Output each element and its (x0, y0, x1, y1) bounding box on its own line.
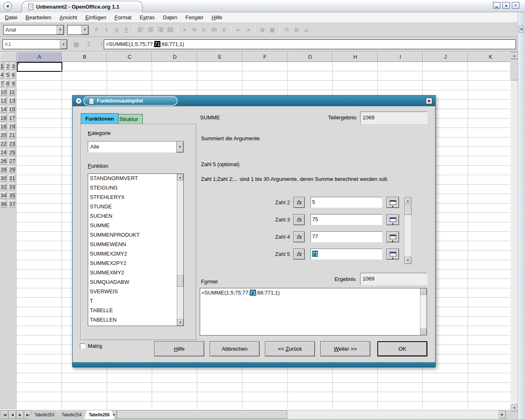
align-bottom-icon[interactable]: ⊔ (301, 25, 311, 35)
row-header[interactable]: 22 (0, 140, 7, 147)
window-title-tab[interactable]: Unbenannt2 - OpenOffice.org 1.1 (21, 1, 143, 12)
next-sheet-button[interactable]: ▶ (16, 411, 24, 419)
function-list-item[interactable]: STEIGUNG (88, 183, 177, 193)
row-header[interactable]: 13 (9, 97, 15, 104)
toolbar-separator[interactable] (133, 25, 134, 34)
function-list-item[interactable]: T (88, 297, 177, 306)
row-header[interactable]: 5 (6, 71, 9, 78)
align-top-icon[interactable]: ⊓ (282, 25, 292, 35)
row-header[interactable]: 33 (9, 183, 15, 190)
column-header[interactable]: H (333, 52, 378, 62)
next-button[interactable]: Weiter >> (320, 341, 370, 356)
dialog-menu-button[interactable]: ▼ (75, 98, 82, 104)
menu-einfuegen[interactable]: Einfügen (81, 12, 110, 23)
tab-funktionen[interactable]: Funktionen (81, 113, 119, 124)
menu-bearbeiten[interactable]: Bearbeiten (21, 12, 55, 23)
row-header[interactable]: 36 (0, 201, 7, 208)
scroll-up-icon[interactable]: ▲ (404, 197, 411, 204)
column-header[interactable]: D (152, 52, 197, 62)
borders-icon[interactable]: ⊞ (258, 25, 267, 35)
column-header[interactable]: E (197, 52, 242, 62)
function-list-item[interactable]: STFEHLERYX (88, 193, 177, 202)
cell-reference-box[interactable]: A1 ▼ (2, 39, 67, 49)
row-header[interactable]: 19 (9, 123, 15, 130)
row-header[interactable]: 20 (0, 132, 7, 139)
shrink-button[interactable] (386, 197, 399, 208)
fx-button[interactable]: fx (293, 249, 305, 260)
add-decimal-icon[interactable]: 00 (209, 25, 219, 35)
row-header[interactable]: 23 (9, 140, 15, 147)
increase-indent-icon[interactable]: ⇥ (243, 25, 253, 35)
help-button[interactable]: Hilfe (154, 341, 204, 356)
function-list-item[interactable]: SUMMEX2PY2 (88, 259, 177, 268)
currency-icon[interactable]: ¤ (180, 25, 189, 35)
column-header[interactable]: J (423, 52, 468, 62)
background-color-icon[interactable]: ▧ (267, 25, 277, 35)
row-header[interactable]: 16 (0, 114, 7, 121)
matrix-checkbox[interactable] (80, 343, 85, 349)
dialog-titlebar[interactable]: ▼ Funktionsautopilot ✕ (73, 96, 435, 106)
chevron-down-icon[interactable]: ▼ (176, 141, 184, 153)
function-list-item[interactable]: STANDNORMVERT (88, 174, 177, 183)
decrease-indent-icon[interactable]: ⇤ (233, 25, 243, 35)
scroll-down-icon[interactable]: ▼ (420, 329, 427, 335)
row-header[interactable]: 24 (0, 149, 7, 156)
column-header[interactable]: C (107, 52, 152, 62)
select-all-corner[interactable] (0, 52, 17, 62)
bold-icon[interactable]: F (92, 25, 102, 35)
toolbar-separator[interactable] (279, 25, 280, 34)
row-header[interactable]: 1 (0, 63, 4, 70)
matrix-option[interactable]: Matrix (80, 343, 102, 349)
shrink-button[interactable] (386, 249, 399, 260)
function-list-item[interactable]: TABELLEN (88, 315, 177, 325)
row-header[interactable]: 2 (6, 63, 9, 70)
function-list-item[interactable]: TABELLE (88, 306, 177, 315)
maximize-button[interactable]: ▲ (502, 2, 510, 9)
toolbar-separator[interactable] (231, 25, 231, 34)
row-header[interactable]: 27 (9, 158, 15, 164)
align-left-icon[interactable] (136, 25, 146, 35)
row-header[interactable]: 18 (0, 123, 7, 130)
chevron-down-icon[interactable]: ▼ (81, 25, 88, 34)
prev-sheet-button[interactable]: ◀ (9, 411, 16, 419)
menu-datei[interactable]: Datei (1, 12, 21, 23)
chevron-down-icon[interactable]: ▼ (60, 40, 67, 49)
ok-button[interactable]: OK (377, 341, 427, 356)
formula-textarea[interactable]: =SUMME(1;5;75;77;71;68;771;1) ▲ ▼ (200, 288, 427, 336)
italic-icon[interactable]: k (102, 25, 112, 35)
argument-input[interactable]: 71 (310, 249, 382, 260)
function-list-item[interactable]: SUMME (88, 221, 177, 231)
menu-extras[interactable]: Extras (135, 12, 159, 23)
column-header[interactable]: A (17, 52, 62, 62)
function-list-scrollbar[interactable]: ▲ ▼ (177, 174, 183, 326)
menu-format[interactable]: Format (110, 12, 135, 23)
scroll-up-icon[interactable]: ▲ (420, 289, 427, 295)
menu-fenster[interactable]: Fenster (181, 12, 208, 23)
sheet-tab-tabelle253[interactable]: Tabelle253 (30, 411, 59, 419)
vertical-scrollbar-thumb[interactable] (511, 59, 518, 80)
row-header[interactable]: 14 (0, 106, 7, 113)
align-vcenter-icon[interactable]: ⊟ (292, 25, 301, 35)
scroll-up-icon[interactable]: ▲ (177, 174, 183, 180)
scroll-down-icon[interactable]: ▼ (511, 404, 518, 411)
row-header[interactable]: 6 (11, 71, 15, 78)
row-header[interactable]: 10 (0, 89, 7, 96)
row-header[interactable]: 15 (9, 106, 15, 113)
toolbar-separator[interactable] (255, 25, 256, 34)
function-list-item[interactable]: STUNDE (88, 202, 177, 212)
function-list-item[interactable]: SUMMEWENN (88, 240, 177, 249)
toolbar-separator[interactable] (177, 25, 178, 34)
row-header[interactable]: 35 (9, 192, 15, 199)
tab-struktur[interactable]: Struktur (115, 114, 143, 124)
argument-input[interactable]: 77 (310, 231, 382, 242)
function-autopilot-icon[interactable]: ▦ (72, 40, 81, 49)
row-header[interactable]: 7 (0, 80, 4, 87)
window-menu-button[interactable]: ▼ (3, 2, 12, 11)
row-header[interactable]: 31 (9, 175, 15, 182)
function-list-item[interactable]: SUMMEX2MY2 (88, 249, 177, 259)
scroll-right-icon[interactable]: ▶ (499, 411, 506, 419)
scroll-down-icon[interactable]: ▼ (177, 319, 183, 326)
column-header[interactable]: I (378, 52, 423, 62)
formula-scrollbar[interactable]: ▲ ▼ (420, 288, 427, 335)
column-header[interactable]: K (468, 52, 510, 62)
